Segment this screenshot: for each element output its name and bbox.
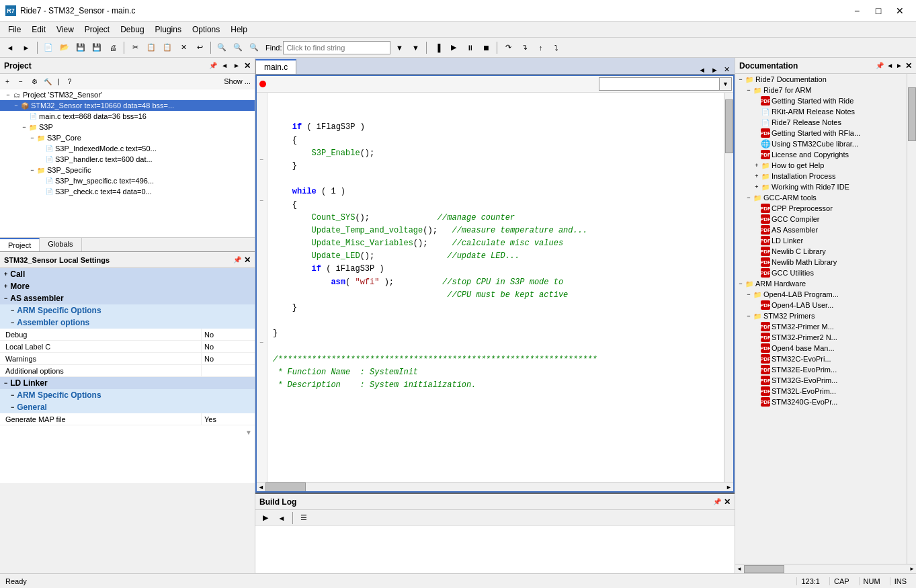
tree-item-stm32sensor[interactable]: 📦 STM32_Sensor text=10660 data=48 bss=..… bbox=[0, 100, 255, 111]
help-button[interactable]: ? bbox=[64, 75, 76, 87]
maximize-button[interactable]: □ bbox=[868, 1, 889, 20]
doc-item-cpp[interactable]: PDF CPP Preprocessor bbox=[735, 203, 907, 214]
doc-hscroll-left[interactable]: ◄ bbox=[735, 566, 743, 572]
menu-help[interactable]: Help bbox=[225, 22, 253, 37]
tree-item-project[interactable]: 🗂 Project 'STM32_Sensor' bbox=[0, 89, 255, 100]
debug-btn4[interactable]: ⏹ bbox=[478, 40, 493, 55]
doc-item-stm32l[interactable]: PDF STM32L-EvoPrim... bbox=[735, 386, 907, 396]
settings-pin[interactable]: 📌 bbox=[233, 256, 241, 263]
editor-nav-right[interactable]: ► bbox=[709, 66, 720, 74]
doc-item-stm32primers[interactable]: 📁 STM32 Primers bbox=[735, 310, 907, 321]
s3pcore-expand[interactable] bbox=[28, 134, 36, 142]
doc-item-rfla[interactable]: PDF Getting Started with RFla... bbox=[735, 128, 907, 138]
editor-nav-left[interactable]: ◄ bbox=[696, 66, 708, 74]
additional-value[interactable] bbox=[201, 365, 255, 377]
fold-mark2[interactable]: − bbox=[260, 197, 264, 204]
doc-item-ld[interactable]: PDF LD Linker bbox=[735, 235, 907, 246]
forward-button[interactable]: ► bbox=[19, 40, 34, 55]
open-button[interactable]: 📂 bbox=[57, 40, 72, 55]
build-prev[interactable]: ◄ bbox=[274, 511, 289, 526]
localc-value[interactable]: No bbox=[201, 341, 255, 353]
tree-item-hw[interactable]: 📄 S3P_hw_specific.c text=496... bbox=[0, 175, 255, 186]
delete-button[interactable]: ✕ bbox=[176, 40, 191, 55]
doc-item-newlibc[interactable]: PDF Newlib C Library bbox=[735, 246, 907, 257]
doc-item-getting-started[interactable]: PDF Getting Started with Ride bbox=[735, 95, 907, 106]
doc-item-primer1[interactable]: PDF STM32-Primer M... bbox=[735, 321, 907, 332]
code-vscrollbar[interactable] bbox=[724, 93, 733, 482]
back-button[interactable]: ◄ bbox=[3, 40, 17, 55]
doc-nav-right[interactable]: ► bbox=[896, 62, 903, 69]
doc-item-as[interactable]: PDF AS Assembler bbox=[735, 224, 907, 235]
s3p-expand[interactable] bbox=[20, 123, 28, 131]
menu-plugins[interactable]: Plugins bbox=[150, 22, 187, 37]
fold-mark3[interactable]: − bbox=[260, 339, 264, 346]
doc-item-stm3240g[interactable]: PDF STM3240G-EvoPr... bbox=[735, 396, 907, 407]
code-vscroll-thumb[interactable] bbox=[725, 99, 733, 153]
doc-item-gcccomp[interactable]: PDF GCC Compiler bbox=[735, 214, 907, 224]
menu-view[interactable]: View bbox=[51, 22, 79, 37]
doc-close[interactable]: ✕ bbox=[905, 61, 912, 71]
doc-hscroll-right[interactable]: ► bbox=[908, 566, 916, 572]
editor-close[interactable]: ✕ bbox=[722, 65, 732, 74]
close-button[interactable]: ✕ bbox=[889, 1, 911, 20]
specific-expand[interactable] bbox=[28, 166, 36, 174]
doc-item-ride7arm[interactable]: 📁 Ride7 for ARM bbox=[735, 85, 907, 95]
show-button[interactable]: Show ... bbox=[221, 77, 253, 85]
step-over[interactable]: ↷ bbox=[501, 40, 515, 55]
build-log-close[interactable]: ✕ bbox=[724, 497, 731, 507]
doc-item-stm32cube[interactable]: 🌐 Using STM32Cube librar... bbox=[735, 138, 907, 149]
settings-assembler-opts[interactable]: Assembler options bbox=[0, 317, 255, 329]
menu-file[interactable]: File bbox=[3, 22, 26, 37]
doc-pin[interactable]: 📌 bbox=[876, 62, 884, 69]
build-play[interactable]: ▶ bbox=[258, 511, 273, 526]
build-clear[interactable]: ☰ bbox=[296, 511, 311, 526]
settings-ld[interactable]: LD Linker bbox=[0, 377, 255, 389]
nav-left[interactable]: ◄ bbox=[221, 62, 228, 69]
debug-btn1[interactable]: ▐ bbox=[430, 40, 445, 55]
build-button[interactable]: 🔨 bbox=[42, 75, 54, 87]
project-expand[interactable] bbox=[4, 91, 12, 99]
step-out[interactable]: ↑ bbox=[533, 40, 548, 55]
code-search-input[interactable] bbox=[599, 77, 720, 91]
map-value[interactable]: Yes bbox=[201, 413, 255, 425]
hscroll-right[interactable]: ► bbox=[724, 482, 733, 491]
doc-item-open4base[interactable]: PDF Open4 base Man... bbox=[735, 343, 907, 353]
new-button[interactable]: 📄 bbox=[41, 40, 56, 55]
tree-item-check[interactable]: 📄 S3P_check.c text=4 data=0... bbox=[0, 186, 255, 197]
find-dropdown[interactable]: ▼ bbox=[392, 40, 407, 55]
minimize-button[interactable]: − bbox=[846, 1, 868, 20]
save-all-button[interactable]: 💾 bbox=[89, 40, 104, 55]
doc-item-ride7docs[interactable]: 📁 Ride7 Documentation bbox=[735, 74, 907, 85]
tree-item-s3pcore[interactable]: 📁 S3P_Core bbox=[0, 132, 255, 143]
menu-edit[interactable]: Edit bbox=[26, 22, 51, 37]
settings-general[interactable]: General bbox=[0, 401, 255, 413]
build-log-pin[interactable]: 📌 bbox=[713, 498, 721, 505]
doc-item-stm32e[interactable]: PDF STM32E-EvoPrim... bbox=[735, 364, 907, 375]
warnings-value[interactable]: No bbox=[201, 353, 255, 365]
settings-close[interactable]: ✕ bbox=[244, 255, 251, 265]
tab-project[interactable]: Project bbox=[0, 238, 40, 251]
code-hscrollbar[interactable]: ◄ ► bbox=[257, 482, 733, 491]
pin-button[interactable]: 📌 bbox=[209, 62, 217, 69]
menu-options[interactable]: Options bbox=[187, 22, 225, 37]
doc-item-install[interactable]: 📁 Installation Process bbox=[735, 171, 907, 181]
tab-globals[interactable]: Globals bbox=[40, 238, 81, 251]
menu-debug[interactable]: Debug bbox=[115, 22, 149, 37]
doc-item-open4user[interactable]: PDF Open4-LAB User... bbox=[735, 300, 907, 310]
doc-nav-left[interactable]: ◄ bbox=[886, 62, 893, 69]
doc-item-primer2[interactable]: PDF STM32-Primer2 N... bbox=[735, 332, 907, 343]
search-button[interactable]: 🔍 bbox=[214, 40, 229, 55]
find-next[interactable]: ▼ bbox=[408, 40, 423, 55]
doc-item-open4lab[interactable]: 📁 Open4-LAB Program... bbox=[735, 289, 907, 300]
save-button[interactable]: 💾 bbox=[73, 40, 88, 55]
panel-close-button[interactable]: ✕ bbox=[244, 61, 251, 71]
settings-more[interactable]: More bbox=[0, 280, 255, 292]
doc-item-ride7notes[interactable]: 📄 Ride7 Release Notes bbox=[735, 117, 907, 128]
debug-value[interactable]: No bbox=[201, 329, 255, 341]
doc-item-help[interactable]: 📁 How to get Help bbox=[735, 160, 907, 171]
doc-item-stm32g[interactable]: PDF STM32G-EvoPrim... bbox=[735, 375, 907, 386]
settings-arm-specific2[interactable]: ARM Specific Options bbox=[0, 389, 255, 401]
cut-button[interactable]: ✂ bbox=[128, 40, 142, 55]
doc-item-stm32c[interactable]: PDF STM32C-EvoPri... bbox=[735, 353, 907, 364]
fold-mark1[interactable]: − bbox=[260, 156, 264, 163]
